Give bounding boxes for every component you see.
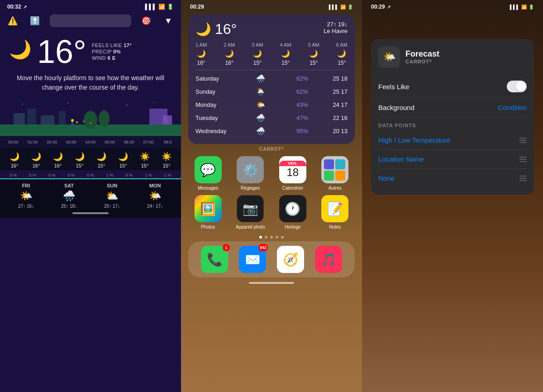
drag-handle-location[interactable] (519, 157, 527, 162)
signal-icon: ▌▌▌ (145, 4, 157, 10)
temp-details: FEELS LIKE 17° PRECIP 0% WIND 6 E (92, 43, 132, 61)
hour-2am: 2 AM🌙16° (224, 42, 235, 66)
dock-music[interactable]: 🎵 (315, 246, 342, 273)
toolbar-p1: ⚠️ ⬆️ 🎯 ▼ (0, 12, 181, 32)
hourly-item: 🌙15° (112, 152, 134, 168)
time-p2: 00:29 (190, 4, 204, 10)
background-label: Background (378, 104, 414, 111)
app-sub: CARROT⁵ (405, 59, 439, 65)
feels-like-label: Feels Like (378, 83, 409, 91)
messages-icon[interactable]: 💬 (195, 156, 222, 183)
app-camera[interactable]: 📷 Appareil photo (233, 195, 269, 229)
weather-scene (0, 100, 181, 136)
others-icon[interactable] (321, 156, 348, 183)
app-grid-row1: 💬 Messages ⚙️ Réglages VEN. 18 Calendrie… (181, 153, 362, 194)
hourly-item: 🌙16° (4, 152, 25, 168)
svg-point-1 (22, 104, 23, 105)
day-sat: SAT 🌧️ 25↑ 18↓ (48, 183, 90, 209)
safari-icon[interactable]: 🧭 (277, 246, 304, 273)
hour-5am: 5 AM🌙15° (308, 42, 319, 66)
forecast-sunday: Sunday 🌦️ 62% 25 17 (195, 85, 348, 98)
data-point-location[interactable]: Location Name (378, 150, 527, 169)
svg-point-15 (83, 121, 85, 122)
camera-icon[interactable]: 📷 (237, 195, 264, 222)
wind-row: WIND 6 E (92, 55, 132, 61)
dock-phone[interactable]: 📞 1 (201, 246, 228, 273)
mail-badge: 892 (258, 244, 268, 251)
moon-emoji: 🌙 (9, 39, 32, 60)
app-messages[interactable]: 💬 Messages (190, 156, 226, 191)
feels-like-row[interactable]: Feels Like (378, 75, 527, 98)
svg-point-17 (71, 119, 74, 122)
phone-badge: 1 (223, 244, 230, 251)
daily-forecast-bar: FRI 🌤️ 27↑ 16↓ SAT 🌧️ 25↑ 18↓ SUN ⛅ 25↑ … (0, 178, 181, 218)
app-notes[interactable]: 📝 Notes (317, 195, 353, 229)
daily-row: FRI 🌤️ 27↑ 16↓ SAT 🌧️ 25↑ 18↓ SUN ⛅ 25↑ … (0, 179, 181, 210)
chevron-down-icon[interactable]: ▼ (161, 14, 176, 28)
settings-card: 🌤️ Forecast CARROT⁵ Feels Like Backgroun… (371, 39, 534, 195)
app-calendar[interactable]: VEN. 18 Calendrier (275, 156, 311, 191)
status-icons-p2: ▌▌▌ 📶 🔋 (329, 5, 353, 10)
calendar-icon[interactable]: VEN. 18 (279, 156, 306, 183)
music-icon[interactable]: 🎵 (315, 246, 342, 273)
data-point-hilow[interactable]: High / Low Temperature (378, 131, 527, 150)
background-row[interactable]: Background Condition (378, 98, 527, 117)
time-display-p3: 00:29 (371, 4, 385, 10)
timeline-section: 00:00 01:00 02:00 03:00 04:00 05:00 06:0… (0, 136, 181, 148)
data-point-none[interactable]: None (378, 169, 527, 187)
messages-label: Messages (198, 186, 219, 191)
dock-safari[interactable]: 🧭 (277, 246, 304, 273)
forecast-tuesday: Tuesday 🌧️ 47% 22 16 (195, 111, 348, 124)
wifi-icon: 📶 (158, 4, 165, 10)
dot-2[interactable] (265, 236, 267, 239)
dot-5[interactable] (281, 236, 284, 239)
hourly-item: 🌙15° (90, 152, 112, 168)
app-clock[interactable]: 🕐 Horloge (275, 195, 311, 229)
weather-widget[interactable]: 🌙 16° 27↑ 19↓ Le Havre 1 AM🌙16° 2 AM🌙16°… (188, 14, 355, 144)
hourly-item: 🌙15° (69, 152, 90, 168)
forecast-saturday: Saturday 🌧️ 62% 25 18 (195, 72, 348, 85)
share-icon[interactable]: ⬆️ (28, 14, 42, 28)
home-screen-panel: 00:29 ▌▌▌ 📶 🔋 🌙 16° 27↑ 19↓ Le Havre 1 A… (181, 0, 362, 392)
search-bar[interactable] (50, 14, 131, 27)
status-right-p1: ▌▌▌ 📶 🔋 (145, 4, 174, 10)
dot-3[interactable] (270, 236, 273, 239)
notes-icon[interactable]: 📝 (321, 195, 348, 222)
svg-rect-9 (59, 111, 66, 124)
warning-icon[interactable]: ⚠️ (5, 14, 20, 28)
settings-label: Réglages (241, 186, 260, 191)
dot-4[interactable] (276, 236, 278, 239)
dock: 📞 1 ✉️ 892 🧭 🎵 (188, 241, 355, 277)
app-settings[interactable]: ⚙️ Réglages (233, 156, 269, 191)
svg-rect-18 (71, 122, 73, 125)
others-label: Autres (329, 186, 342, 191)
photos-icon[interactable]: 🖼️ (195, 195, 222, 222)
day-fri: FRI 🌤️ 27↑ 16↓ (5, 183, 48, 209)
svg-point-3 (126, 105, 127, 105)
background-value[interactable]: Condition (498, 104, 527, 111)
drag-handle-hilow[interactable] (519, 138, 527, 143)
precip-row: PRECIP 0% (92, 49, 132, 54)
settings-icon[interactable]: ⚙️ (237, 156, 264, 183)
dock-mail[interactable]: ✉️ 892 (239, 246, 266, 273)
target-icon[interactable]: 🎯 (139, 14, 153, 28)
clock-icon[interactable]: 🕐 (279, 195, 306, 222)
app-others[interactable]: Autres (317, 156, 353, 191)
precip-row: 0 % 0 % 0 % 0 % 0 % 1 % 0 % 1 % 1 % (0, 170, 181, 178)
app-photos[interactable]: 🖼️ Photos (190, 195, 226, 229)
feels-like-toggle[interactable] (507, 81, 527, 92)
time-p1: 00:32 (7, 4, 21, 10)
home-bar (249, 282, 294, 284)
signal-p2: ▌▌▌ (329, 5, 338, 10)
toggle-knob (516, 81, 526, 91)
forecast-app-icon: 🌤️ (378, 46, 400, 68)
hourly-item: ☀️15° (156, 152, 177, 168)
location-icon: ↗ (23, 5, 27, 10)
dot-1[interactable] (259, 236, 262, 239)
svg-rect-13 (163, 115, 172, 124)
main-temperature-section: 🌙 16° FEELS LIKE 17° PRECIP 0% WIND 6 E (0, 32, 181, 70)
status-icons-p3: ▌▌▌ 📶 🔋 (510, 5, 534, 10)
drag-handle-none[interactable] (519, 176, 527, 181)
time-p3: 00:29 ↗ (371, 4, 391, 10)
day-mon: MON 🌤️ 24↑ 17↓ (133, 183, 176, 209)
